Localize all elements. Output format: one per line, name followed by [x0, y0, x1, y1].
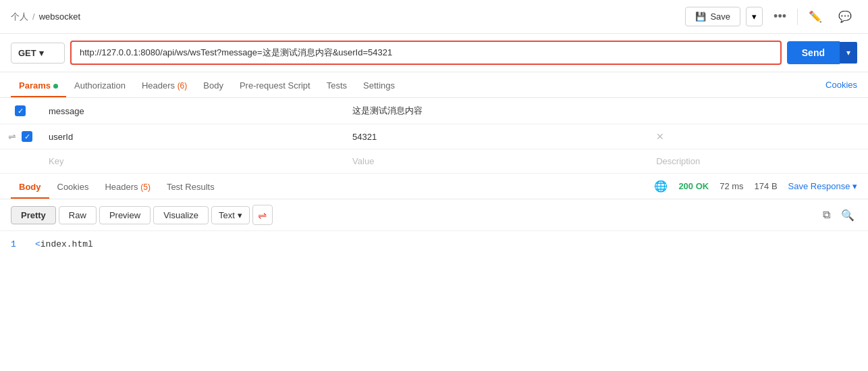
- wrap-icon: ⇌: [258, 209, 267, 222]
- raw-button[interactable]: Raw: [59, 206, 97, 224]
- table-row: ⇌ ✓ userId 54321 ✕: [0, 124, 868, 149]
- request-tabs-bar: Params Authorization Headers (6) Body Pr…: [0, 72, 868, 98]
- response-tab-cookies[interactable]: Cookies: [49, 174, 97, 199]
- tab-headers[interactable]: Headers (6): [134, 72, 195, 97]
- breadcrumb-separator: /: [32, 11, 35, 22]
- table-row-empty: Key Value Description: [0, 149, 868, 174]
- pretty-button[interactable]: Pretty: [11, 206, 56, 224]
- globe-icon: 🌐: [654, 180, 668, 193]
- divider: [797, 9, 798, 25]
- empty-check-cell: [0, 149, 40, 174]
- response-tab-test-results[interactable]: Test Results: [159, 174, 223, 199]
- line-number-1: 1: [11, 239, 24, 249]
- row2-description[interactable]: ✕: [648, 124, 868, 149]
- row2-checkbox[interactable]: ✓: [22, 131, 32, 142]
- tab-tests[interactable]: Tests: [319, 72, 355, 97]
- save-dropdown-button[interactable]: ▾: [746, 7, 763, 26]
- send-main-button[interactable]: Send: [787, 41, 840, 64]
- row2-value[interactable]: 54321: [344, 124, 648, 149]
- empty-key[interactable]: Key: [40, 149, 344, 174]
- code-filename: index.html: [40, 239, 93, 249]
- text-format-select[interactable]: Text ▾: [211, 206, 250, 224]
- code-tag: <: [35, 239, 40, 249]
- send-chevron-icon: ▾: [846, 48, 850, 57]
- edit-icon: ✏️: [809, 11, 822, 22]
- code-toolbar: Pretty Raw Preview Visualize Text ▾ ⇌ ⧉ …: [0, 199, 868, 231]
- row2-key[interactable]: userId: [40, 124, 344, 149]
- save-label: Save: [710, 11, 730, 22]
- send-dropdown-button[interactable]: ▾: [840, 42, 857, 64]
- method-select[interactable]: GET ▾: [11, 43, 65, 64]
- tab-params[interactable]: Params: [11, 72, 66, 97]
- comment-icon: 💬: [838, 11, 852, 22]
- tab-body[interactable]: Body: [195, 72, 232, 97]
- send-button-group: Send ▾: [787, 41, 857, 64]
- filter-icon: ⇌: [8, 131, 16, 142]
- row2-check-cell: ⇌ ✓: [0, 124, 40, 149]
- row1-checkbox[interactable]: ✓: [15, 105, 26, 116]
- tab-authorization[interactable]: Authorization: [66, 72, 134, 97]
- chevron-down-icon: ▾: [752, 11, 757, 22]
- edit-button[interactable]: ✏️: [803, 7, 828, 26]
- top-bar: 个人 / websocket 💾 Save ▾ ••• ✏️ 💬: [0, 0, 868, 34]
- table-row: ✓ message 这是测试消息内容: [0, 98, 868, 124]
- breadcrumb: 个人 / websocket: [11, 11, 80, 23]
- method-label: GET: [18, 48, 36, 58]
- preview-button[interactable]: Preview: [99, 206, 151, 224]
- params-dot: [53, 84, 58, 89]
- row1-check-cell: ✓: [0, 98, 40, 124]
- empty-value[interactable]: Value: [344, 149, 648, 174]
- response-status: 🌐 200 OK 72 ms 174 B Save Response ▾: [654, 180, 857, 193]
- status-ok: 200 OK: [678, 181, 709, 191]
- code-area: 1 <index.html: [0, 231, 868, 257]
- code-line-1: 1 <index.html: [11, 239, 857, 249]
- breadcrumb-personal: 个人: [11, 11, 28, 23]
- url-bar: GET ▾ http://127.0.0.1:8080/api/ws/wsTes…: [0, 34, 868, 72]
- more-options-button[interactable]: •••: [768, 7, 792, 26]
- response-tab-headers[interactable]: Headers (5): [97, 174, 158, 199]
- tab-pre-request[interactable]: Pre-request Script: [232, 72, 319, 97]
- response-size: 174 B: [755, 181, 778, 191]
- params-table: ✓ message 这是测试消息内容 ⇌ ✓ userId 54321 ✕: [0, 98, 868, 174]
- save-response-button[interactable]: Save Response ▾: [788, 181, 857, 191]
- visualize-button[interactable]: Visualize: [153, 206, 209, 224]
- text-format-chevron-icon: ▾: [238, 210, 242, 220]
- search-icon[interactable]: 🔍: [838, 206, 857, 224]
- row1-description[interactable]: [648, 98, 868, 124]
- text-format-label: Text: [219, 210, 235, 220]
- copy-icon[interactable]: ⧉: [820, 206, 833, 224]
- row1-value[interactable]: 这是测试消息内容: [344, 98, 648, 124]
- comment-button[interactable]: 💬: [833, 7, 857, 26]
- url-input[interactable]: http://127.0.0.1:8080/api/ws/wsTest?mess…: [70, 41, 782, 65]
- row2-delete-icon[interactable]: ✕: [656, 131, 664, 142]
- response-tab-body[interactable]: Body: [11, 174, 49, 199]
- breadcrumb-current: websocket: [39, 11, 80, 22]
- method-chevron-icon: ▾: [39, 48, 44, 58]
- save-response-chevron-icon: ▾: [852, 181, 857, 191]
- empty-description[interactable]: Description: [648, 149, 868, 174]
- code-text-1: <index.html: [35, 239, 93, 249]
- code-actions: ⧉ 🔍: [820, 206, 857, 224]
- row1-key[interactable]: message: [40, 98, 344, 124]
- wrap-button[interactable]: ⇌: [252, 205, 273, 225]
- save-button[interactable]: 💾 Save: [685, 7, 740, 26]
- row2-actions: ⇌ ✓: [8, 131, 32, 142]
- params-section: ✓ message 这是测试消息内容 ⇌ ✓ userId 54321 ✕: [0, 98, 868, 174]
- response-time: 72 ms: [720, 181, 743, 191]
- tab-settings[interactable]: Settings: [355, 72, 403, 97]
- save-icon: 💾: [695, 11, 706, 22]
- response-tabs-bar: Body Cookies Headers (5) Test Results 🌐 …: [0, 174, 868, 199]
- tab-cookies[interactable]: Cookies: [825, 80, 857, 90]
- top-actions: 💾 Save ▾ ••• ✏️ 💬: [685, 7, 857, 26]
